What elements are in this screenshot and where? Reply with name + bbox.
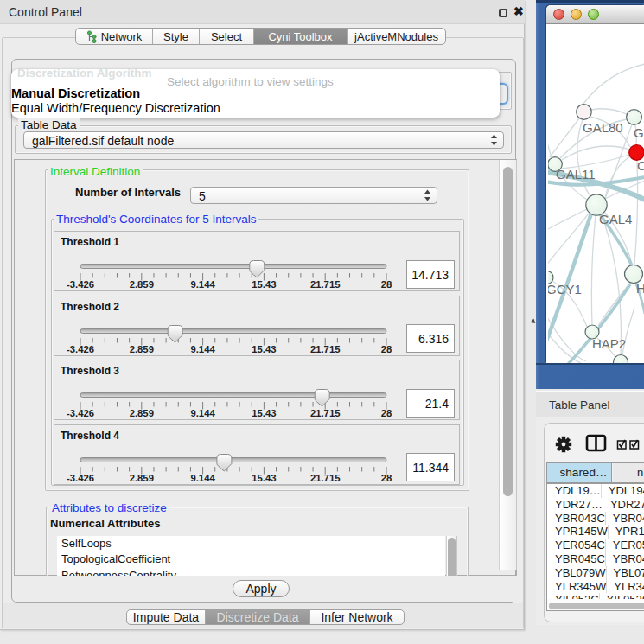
svg-text:GAL2: GAL2 [634, 125, 644, 140]
svg-text:9.144: 9.144 [190, 472, 215, 482]
svg-text:9.144: 9.144 [190, 343, 215, 354]
svg-text:HIS7: HIS7 [636, 281, 644, 296]
svg-text:GCY1: GCY1 [548, 282, 582, 296]
svg-text:21.715: 21.715 [310, 279, 341, 290]
svg-text:28: 28 [381, 472, 392, 482]
svg-text:2.859: 2.859 [130, 343, 154, 354]
svg-text:15.43: 15.43 [252, 408, 276, 418]
svg-text:28: 28 [381, 343, 392, 354]
svg-text:GAL80: GAL80 [583, 120, 623, 135]
svg-text:2.859: 2.859 [130, 279, 154, 290]
svg-text:CYC8: CYC8 [637, 158, 644, 173]
svg-text:21.715: 21.715 [310, 408, 341, 418]
svg-text:GAL4: GAL4 [599, 212, 632, 226]
svg-text:Threshold 4: Threshold 4 [61, 430, 119, 442]
svg-text:Threshold 3: Threshold 3 [61, 365, 119, 377]
svg-text:-3.426: -3.426 [67, 472, 94, 482]
svg-text:15.43: 15.43 [252, 279, 276, 290]
svg-text:Threshold 1: Threshold 1 [61, 236, 119, 248]
svg-text:-3.426: -3.426 [67, 279, 94, 290]
svg-text:9.144: 9.144 [190, 408, 215, 418]
svg-text:28: 28 [381, 408, 392, 418]
svg-text:Threshold 2: Threshold 2 [61, 301, 119, 313]
svg-text:15.43: 15.43 [252, 472, 276, 482]
svg-text:9.144: 9.144 [190, 279, 215, 290]
svg-text:28: 28 [381, 279, 392, 290]
svg-text:21.715: 21.715 [310, 343, 341, 354]
svg-text:2.859: 2.859 [130, 408, 154, 418]
svg-text:-3.426: -3.426 [67, 343, 94, 354]
svg-text:21.715: 21.715 [310, 472, 341, 482]
svg-text:HAP2: HAP2 [592, 336, 626, 351]
svg-text:GAL11: GAL11 [556, 167, 596, 182]
svg-text:15.43: 15.43 [252, 343, 276, 354]
svg-text:-3.426: -3.426 [67, 408, 94, 418]
svg-text:2.859: 2.859 [130, 472, 154, 482]
